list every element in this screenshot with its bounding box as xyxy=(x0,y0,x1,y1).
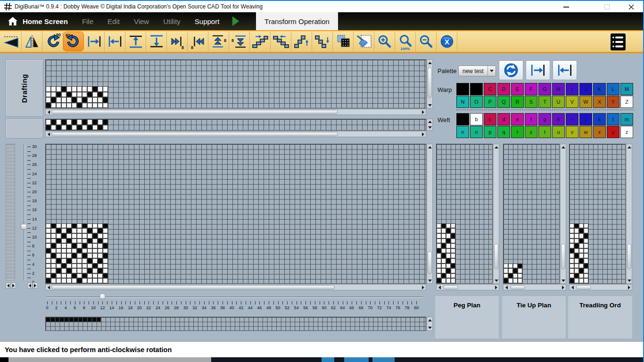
flip-horizontal-button[interactable] xyxy=(1,32,22,51)
warp-swatch-D[interactable]: D xyxy=(497,83,510,95)
weft-swatch-q[interactable]: q xyxy=(497,126,510,138)
grid-cell[interactable] xyxy=(72,223,77,229)
grid-cell[interactable] xyxy=(77,92,82,98)
grid-cell[interactable] xyxy=(46,317,50,322)
grid-cell[interactable] xyxy=(82,119,87,125)
grid-cell[interactable] xyxy=(103,253,108,258)
grid-cell[interactable] xyxy=(574,278,579,283)
grid-cell[interactable] xyxy=(504,278,508,283)
grid-cell[interactable] xyxy=(83,317,87,322)
grid-cell[interactable] xyxy=(82,103,87,108)
grid-cell[interactable] xyxy=(441,248,446,254)
grid-cell[interactable] xyxy=(446,243,451,248)
scrollbar-thumb[interactable] xyxy=(51,110,338,114)
grid-cell[interactable] xyxy=(574,228,579,233)
grid-cell[interactable] xyxy=(437,253,441,258)
twill-down-button[interactable] xyxy=(312,32,333,51)
grid-cell[interactable] xyxy=(574,253,579,258)
grid-cell[interactable] xyxy=(584,263,588,269)
vertical-slider-thumb[interactable] xyxy=(21,224,27,230)
grid-cell[interactable] xyxy=(69,317,74,322)
grid-cell[interactable] xyxy=(77,258,82,263)
grid-cell[interactable] xyxy=(72,86,77,92)
grid-cell[interactable] xyxy=(508,278,513,283)
grid-cell[interactable] xyxy=(584,248,588,254)
clear-button[interactable] xyxy=(354,32,374,51)
drafting-vertical-scrollbar[interactable] xyxy=(427,59,433,108)
grid-cell[interactable] xyxy=(87,253,92,258)
grid-cell[interactable] xyxy=(103,92,108,98)
warp-swatch-T[interactable]: T xyxy=(538,96,551,108)
grid-cell[interactable] xyxy=(87,103,92,108)
grid-cell[interactable] xyxy=(66,103,72,108)
grid-cell[interactable] xyxy=(82,248,87,254)
grid-cell[interactable] xyxy=(77,86,82,92)
warp-swatch-E[interactable]: E xyxy=(511,83,524,95)
grid-cell[interactable] xyxy=(584,223,588,229)
menu-item-edit[interactable]: Edit xyxy=(107,17,120,25)
grid-cell[interactable] xyxy=(570,243,574,248)
grid-cell[interactable] xyxy=(584,278,588,283)
grid-cell[interactable] xyxy=(504,273,508,279)
grid-cell[interactable] xyxy=(56,258,61,263)
weft-swatch[interactable] xyxy=(456,113,469,125)
grid-cell[interactable] xyxy=(92,125,98,131)
grid-cell[interactable] xyxy=(61,223,66,229)
grid-cell[interactable] xyxy=(61,97,66,103)
invert-button[interactable] xyxy=(333,32,354,51)
grid-cell[interactable] xyxy=(66,258,72,263)
grid-cell[interactable] xyxy=(437,223,441,229)
grid-cell[interactable] xyxy=(437,233,441,239)
grid-cell[interactable] xyxy=(51,273,56,279)
scroll-arrow-d[interactable] xyxy=(627,278,632,283)
grid-cell[interactable] xyxy=(103,268,108,273)
scroll-arrow-u[interactable] xyxy=(427,60,432,66)
grid-cell[interactable] xyxy=(56,239,61,244)
grid-cell[interactable] xyxy=(51,248,56,254)
grid-cell[interactable] xyxy=(61,248,66,254)
scrollbar-thumb[interactable] xyxy=(576,285,591,289)
grid-cell[interactable] xyxy=(56,228,61,233)
weft-swatch-u[interactable]: u xyxy=(552,126,565,138)
scroll-arrow-r[interactable] xyxy=(420,132,426,137)
grid-cell[interactable] xyxy=(77,125,82,131)
grid-cell[interactable] xyxy=(64,317,69,322)
grid-cell[interactable] xyxy=(66,248,72,254)
scroll-arrow-u[interactable] xyxy=(427,144,432,150)
grid-cell[interactable] xyxy=(92,258,98,263)
minimize-button[interactable] xyxy=(559,2,573,12)
menu-item-utility[interactable]: Utility xyxy=(163,17,181,25)
grid-cell[interactable] xyxy=(574,268,579,273)
grid-cell[interactable] xyxy=(66,273,72,279)
warp-swatch-Q[interactable]: Q xyxy=(497,96,510,108)
grid-cell[interactable] xyxy=(570,239,574,244)
grid-cell[interactable] xyxy=(574,223,579,229)
grid-cell[interactable] xyxy=(56,248,61,254)
grid-cell[interactable] xyxy=(437,248,441,254)
grid-cell[interactable] xyxy=(77,223,82,229)
weft-swatch-d[interactable]: d xyxy=(497,113,510,125)
grid-cell[interactable] xyxy=(92,263,98,269)
grid-cell[interactable] xyxy=(446,248,451,254)
grid-cell[interactable] xyxy=(98,253,103,258)
grid-cell[interactable] xyxy=(56,278,61,283)
warp-swatch-L[interactable]: L xyxy=(607,83,619,95)
grid-cell[interactable] xyxy=(441,263,446,269)
weft-swatch-b[interactable]: b xyxy=(470,113,483,125)
grid-cell[interactable] xyxy=(46,268,51,273)
warp-swatch-N[interactable]: N xyxy=(456,96,469,108)
grid-cell[interactable] xyxy=(92,243,98,248)
grid-cell[interactable] xyxy=(77,228,82,233)
grid-cell[interactable] xyxy=(87,92,92,98)
grid-cell[interactable] xyxy=(103,125,108,131)
scroll-arrow-d[interactable] xyxy=(494,278,499,283)
grid-cell[interactable] xyxy=(87,228,92,233)
grid-cell[interactable] xyxy=(574,243,579,248)
grid-cell[interactable] xyxy=(437,239,441,244)
grid-cell[interactable] xyxy=(574,233,579,239)
scroll-arrow-d[interactable] xyxy=(427,278,432,283)
vertical-mini-scrollbar[interactable] xyxy=(6,144,15,280)
grid-cell[interactable] xyxy=(451,273,455,279)
grid-cell[interactable] xyxy=(570,223,574,229)
grid-cell[interactable] xyxy=(46,263,51,269)
